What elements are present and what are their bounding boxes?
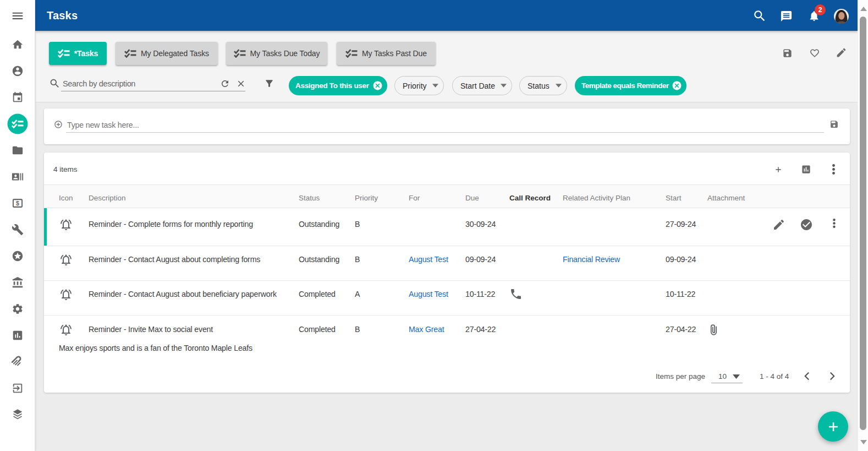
svg-text:$: $ (16, 200, 19, 207)
